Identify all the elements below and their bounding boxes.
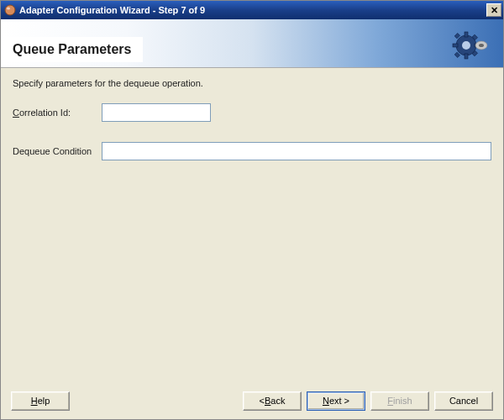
- next-button[interactable]: Next >: [307, 391, 365, 411]
- page-title: Queue Parameters: [13, 42, 131, 56]
- window-title: Adapter Configuration Wizard - Step 7 of…: [19, 5, 486, 15]
- titlebar: Adapter Configuration Wizard - Step 7 of…: [1, 1, 503, 19]
- close-icon: ✕: [491, 5, 498, 16]
- wizard-banner: Queue Parameters: [1, 19, 503, 68]
- back-button[interactable]: < Back: [243, 391, 302, 411]
- correlation-label: Correlation Id:: [13, 108, 102, 118]
- svg-rect-5: [453, 44, 458, 47]
- svg-point-1: [7, 8, 10, 10]
- dequeue-input[interactable]: [102, 142, 491, 160]
- svg-rect-3: [465, 32, 468, 37]
- correlation-row: Correlation Id:: [13, 103, 491, 122]
- button-bar: Help < Back Next > Finish Cancel: [1, 382, 503, 419]
- dequeue-row: Dequeue Condition: [13, 142, 491, 160]
- wizard-window: Adapter Configuration Wizard - Step 7 of…: [0, 0, 504, 420]
- banner-title-box: Queue Parameters: [4, 37, 143, 62]
- app-icon: [4, 4, 16, 16]
- svg-rect-7: [454, 33, 459, 38]
- cancel-button[interactable]: Cancel: [434, 391, 493, 411]
- svg-point-0: [5, 5, 15, 15]
- content-area: Specify parameters for the dequeue opera…: [1, 68, 503, 382]
- svg-point-11: [462, 41, 470, 50]
- svg-point-13: [479, 44, 484, 47]
- instruction-text: Specify parameters for the dequeue opera…: [13, 78, 491, 88]
- svg-rect-4: [465, 54, 468, 59]
- correlation-input[interactable]: [102, 103, 211, 122]
- gear-icon: [451, 29, 488, 63]
- svg-rect-9: [454, 52, 459, 57]
- close-button[interactable]: ✕: [486, 3, 501, 17]
- dequeue-label: Dequeue Condition: [13, 146, 102, 156]
- finish-button: Finish: [370, 391, 429, 411]
- help-button[interactable]: Help: [11, 391, 70, 411]
